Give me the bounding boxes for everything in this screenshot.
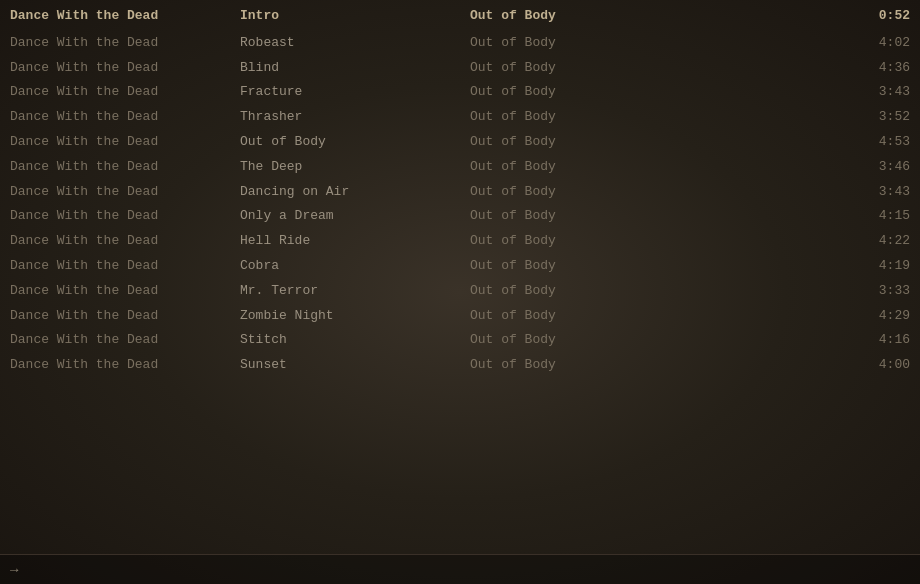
track-duration: 4:00 [670,355,910,376]
track-duration: 4:19 [670,256,910,277]
track-title: Zombie Night [240,306,470,327]
track-artist: Dance With the Dead [10,330,240,351]
track-artist: Dance With the Dead [10,281,240,302]
track-album: Out of Body [470,206,670,227]
track-album: Out of Body [470,132,670,153]
track-artist: Dance With the Dead [10,107,240,128]
track-duration: 4:16 [670,330,910,351]
table-row[interactable]: Dance With the DeadHell RideOut of Body4… [0,229,920,254]
track-title: Out of Body [240,132,470,153]
table-row[interactable]: Dance With the DeadThe DeepOut of Body3:… [0,155,920,180]
track-title: Hell Ride [240,231,470,252]
track-duration: 3:52 [670,107,910,128]
track-album: Out of Body [470,256,670,277]
track-artist: Dance With the Dead [10,206,240,227]
track-title: Mr. Terror [240,281,470,302]
track-title: Thrasher [240,107,470,128]
track-title: Fracture [240,82,470,103]
track-duration: 4:02 [670,33,910,54]
track-duration: 3:33 [670,281,910,302]
track-duration: 4:53 [670,132,910,153]
table-row[interactable]: Dance With the DeadSunsetOut of Body4:00 [0,353,920,378]
bottom-bar: → [0,554,920,584]
track-title: Only a Dream [240,206,470,227]
table-row[interactable]: Dance With the DeadZombie NightOut of Bo… [0,304,920,329]
table-row[interactable]: Dance With the DeadStitchOut of Body4:16 [0,328,920,353]
track-album: Out of Body [470,306,670,327]
track-duration: 4:22 [670,231,910,252]
track-title: Dancing on Air [240,182,470,203]
header-artist: Dance With the Dead [10,6,240,27]
table-row[interactable]: Dance With the DeadOnly a DreamOut of Bo… [0,204,920,229]
track-album: Out of Body [470,82,670,103]
track-album: Out of Body [470,157,670,178]
track-title: Cobra [240,256,470,277]
track-artist: Dance With the Dead [10,231,240,252]
track-artist: Dance With the Dead [10,33,240,54]
table-row[interactable]: Dance With the DeadThrasherOut of Body3:… [0,105,920,130]
track-list: Dance With the Dead Intro Out of Body 0:… [0,0,920,382]
track-artist: Dance With the Dead [10,132,240,153]
table-row[interactable]: Dance With the DeadCobraOut of Body4:19 [0,254,920,279]
track-artist: Dance With the Dead [10,256,240,277]
track-list-header: Dance With the Dead Intro Out of Body 0:… [0,4,920,29]
track-artist: Dance With the Dead [10,306,240,327]
table-row[interactable]: Dance With the DeadBlindOut of Body4:36 [0,56,920,81]
track-album: Out of Body [470,107,670,128]
track-artist: Dance With the Dead [10,82,240,103]
table-row[interactable]: Dance With the DeadDancing on AirOut of … [0,180,920,205]
track-title: The Deep [240,157,470,178]
table-row[interactable]: Dance With the DeadMr. TerrorOut of Body… [0,279,920,304]
track-title: Stitch [240,330,470,351]
header-title: Intro [240,6,470,27]
track-duration: 4:29 [670,306,910,327]
header-album: Out of Body [470,6,670,27]
track-album: Out of Body [470,355,670,376]
track-duration: 4:36 [670,58,910,79]
table-row[interactable]: Dance With the DeadRobeastOut of Body4:0… [0,31,920,56]
track-album: Out of Body [470,182,670,203]
track-title: Sunset [240,355,470,376]
track-album: Out of Body [470,330,670,351]
track-title: Robeast [240,33,470,54]
track-duration: 3:43 [670,82,910,103]
track-artist: Dance With the Dead [10,355,240,376]
table-row[interactable]: Dance With the DeadFractureOut of Body3:… [0,80,920,105]
track-duration: 3:43 [670,182,910,203]
arrow-icon: → [10,562,18,578]
track-title: Blind [240,58,470,79]
track-artist: Dance With the Dead [10,182,240,203]
header-duration: 0:52 [670,6,910,27]
track-artist: Dance With the Dead [10,58,240,79]
track-album: Out of Body [470,281,670,302]
track-duration: 3:46 [670,157,910,178]
track-album: Out of Body [470,33,670,54]
track-duration: 4:15 [670,206,910,227]
track-album: Out of Body [470,231,670,252]
table-row[interactable]: Dance With the DeadOut of BodyOut of Bod… [0,130,920,155]
track-album: Out of Body [470,58,670,79]
track-artist: Dance With the Dead [10,157,240,178]
